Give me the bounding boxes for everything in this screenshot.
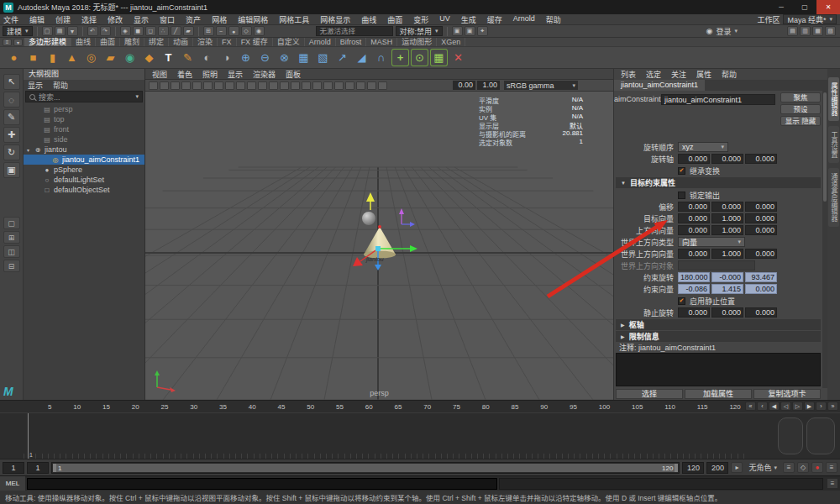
- separate-icon[interactable]: ◑: [218, 49, 235, 66]
- copy-tab-button[interactable]: 复制选项卡: [753, 389, 821, 399]
- menu-item[interactable]: 网格: [212, 14, 227, 25]
- viewport-menu-item[interactable]: 着色: [177, 69, 192, 80]
- ae-menu-item[interactable]: 属性: [696, 69, 711, 80]
- menu-item[interactable]: 缓存: [487, 14, 502, 25]
- select-hierarchy-icon[interactable]: ◈: [120, 26, 131, 36]
- frame-tick-label[interactable]: 25: [161, 403, 169, 411]
- playback-start-field[interactable]: 1: [27, 462, 49, 474]
- quad-draw-icon[interactable]: ▦: [430, 49, 448, 66]
- poly-sphere-icon[interactable]: ●: [5, 49, 23, 66]
- extrude-icon[interactable]: ↗: [333, 49, 351, 66]
- gate-mask-icon[interactable]: [258, 81, 267, 90]
- rest-rotate-y-field[interactable]: 0.000: [711, 307, 743, 318]
- channel-box-toggle-icon[interactable]: ▦: [812, 26, 823, 36]
- command-input[interactable]: [27, 478, 497, 490]
- outliner-menu-display[interactable]: 显示: [28, 80, 43, 91]
- aim-constraint-section-header[interactable]: ▼ 目标约束属性: [616, 177, 821, 188]
- exposure-field[interactable]: 0.00: [453, 81, 475, 90]
- undo-icon[interactable]: ↶: [87, 26, 98, 36]
- outliner-item[interactable]: ▤ side: [24, 134, 144, 144]
- bevel-icon[interactable]: ◢: [353, 49, 370, 66]
- combine-icon[interactable]: ◐: [198, 49, 216, 66]
- aim-vector-x-field[interactable]: 0.000: [678, 213, 710, 223]
- ipr-render-icon[interactable]: ▣: [465, 26, 475, 36]
- pivots-section-header[interactable]: ▶ 枢轴: [616, 319, 821, 330]
- animation-end-field[interactable]: 200: [706, 462, 728, 474]
- layout-single-pane[interactable]: ▢: [3, 217, 20, 229]
- safe-action-icon[interactable]: [280, 81, 289, 90]
- world-up-vector-z-field[interactable]: 0.000: [745, 249, 777, 259]
- multi-cut-icon[interactable]: +: [391, 49, 409, 66]
- time-slider-body[interactable]: 1: [0, 412, 840, 459]
- current-time-indicator[interactable]: 1: [28, 413, 29, 459]
- snap-point-icon[interactable]: ●: [228, 26, 239, 36]
- wireframe-mode-icon[interactable]: [302, 81, 311, 90]
- menu-item[interactable]: 编辑: [29, 14, 45, 25]
- range-slider[interactable]: 1 120: [51, 462, 680, 474]
- rotate-axis-x-field[interactable]: 0.000: [678, 154, 710, 164]
- two-d-pan-zoom-icon[interactable]: [203, 81, 213, 90]
- layout-persp-graph[interactable]: ⊟: [3, 260, 20, 272]
- shelf-tab[interactable]: Arnold: [305, 38, 336, 46]
- image-plane-icon[interactable]: [192, 81, 202, 90]
- go-to-end-button[interactable]: »: [827, 402, 838, 411]
- step-forward-frame-button[interactable]: ›: [816, 402, 827, 411]
- rotate-tool[interactable]: ↻: [3, 144, 20, 160]
- minimize-button[interactable]: ─: [769, 0, 793, 14]
- poly-disc-icon[interactable]: ◉: [121, 49, 139, 66]
- safe-title-icon[interactable]: [291, 81, 300, 90]
- target-weld-icon[interactable]: ⊙: [411, 49, 428, 66]
- auto-keyframe-button[interactable]: ●: [811, 462, 823, 473]
- viewport-menu-item[interactable]: 照明: [202, 69, 218, 80]
- frame-tick-label[interactable]: 75: [453, 403, 460, 411]
- select-face-icon[interactable]: ▰: [183, 26, 194, 36]
- frame-tick-label[interactable]: 15: [102, 403, 110, 411]
- menu-item[interactable]: 创建: [55, 14, 71, 25]
- frame-tick-label[interactable]: 50: [307, 403, 314, 411]
- anim-layer-icon[interactable]: ≡: [783, 462, 795, 473]
- snap-plane-icon[interactable]: ◇: [241, 26, 252, 36]
- shelf-tab[interactable]: 动画: [169, 38, 193, 46]
- menu-item[interactable]: 帮助: [546, 14, 561, 25]
- expander-icon[interactable]: ▾: [27, 147, 34, 153]
- frame-tick-label[interactable]: 60: [365, 403, 373, 411]
- save-scene-icon[interactable]: ▼: [67, 26, 78, 36]
- frame-tick-label[interactable]: 10: [73, 403, 81, 411]
- world-up-vector-x-field[interactable]: 0.000: [678, 249, 710, 259]
- outliner-search-input[interactable]: 搜索... ▾: [25, 91, 143, 102]
- frame-tick-label[interactable]: 30: [190, 403, 197, 411]
- boolean-difference-icon[interactable]: ⊖: [256, 49, 274, 66]
- step-forward-key-button[interactable]: ▶: [804, 402, 815, 411]
- viewport-menu-item[interactable]: 视图: [152, 69, 167, 80]
- resolution-gate-icon[interactable]: [247, 81, 256, 90]
- outliner-item[interactable]: ● pSphere: [24, 165, 144, 175]
- frame-tick-label[interactable]: 35: [219, 403, 227, 411]
- menu-item[interactable]: 显示: [134, 14, 149, 25]
- constraint-rotate-x-field[interactable]: 180.000: [678, 272, 710, 282]
- outliner-menu-help[interactable]: 帮助: [53, 80, 68, 91]
- shelf-tab[interactable]: Bifrost: [336, 38, 367, 46]
- range-bar[interactable]: [53, 464, 678, 472]
- boolean-union-icon[interactable]: ⊕: [237, 49, 255, 66]
- viewport-menu-item[interactable]: 渲染器: [253, 69, 276, 80]
- frame-tick-label[interactable]: 45: [278, 403, 286, 411]
- shelf-tab[interactable]: 雕刻: [120, 38, 144, 46]
- select-edge-icon[interactable]: ╱: [171, 26, 181, 36]
- motion-blur-toggle-icon[interactable]: [367, 81, 376, 90]
- boolean-intersection-icon[interactable]: ⊗: [276, 49, 293, 66]
- ae-menu-item[interactable]: 帮助: [722, 69, 737, 80]
- frame-tick-label[interactable]: 55: [336, 403, 344, 411]
- ae-menu-item[interactable]: 列表: [621, 69, 636, 80]
- outliner-item[interactable]: ▤ top: [24, 114, 144, 124]
- open-scene-icon[interactable]: ▤: [55, 26, 66, 36]
- play-forwards-button[interactable]: ▷: [792, 402, 803, 411]
- xray-toggle-icon[interactable]: [378, 81, 387, 90]
- frame-tick-label[interactable]: 80: [482, 403, 490, 411]
- ae-menu-item[interactable]: 选定: [646, 69, 661, 80]
- lock-camera-icon[interactable]: [160, 81, 169, 90]
- constraint-vector-x-field[interactable]: -0.086: [678, 284, 710, 294]
- rest-rotate-z-field[interactable]: 0.000: [745, 307, 777, 318]
- up-vector-z-field[interactable]: 0.000: [745, 225, 777, 235]
- lasso-tool[interactable]: ◌: [3, 92, 20, 108]
- bookmarks-icon[interactable]: [181, 81, 191, 90]
